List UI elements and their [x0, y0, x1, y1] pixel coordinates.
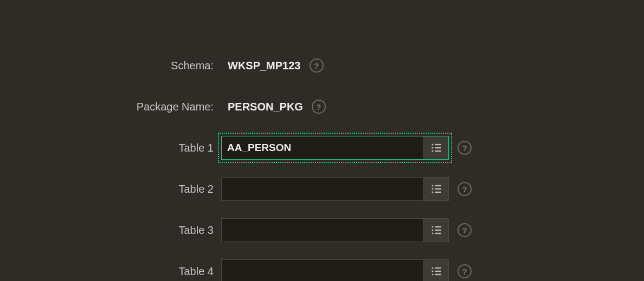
table-3-combo — [221, 218, 449, 242]
list-icon — [431, 266, 442, 276]
row-package: Package Name: PERSON_PKG ? — [0, 94, 488, 119]
table-4-input[interactable] — [222, 260, 423, 281]
package-value: PERSON_PKG — [221, 101, 303, 113]
table-2-field: ? — [221, 177, 472, 201]
list-icon — [431, 225, 442, 235]
schema-label: Schema: — [0, 60, 221, 72]
table-2-input[interactable] — [222, 178, 423, 200]
table-2-list-button[interactable] — [423, 178, 448, 200]
table-1-label: Table 1 — [0, 142, 221, 154]
question-mark-icon: ? — [462, 226, 467, 234]
table-4-label: Table 4 — [0, 265, 221, 278]
row-table-4: Table 4 ? — [0, 259, 488, 281]
help-package-button[interactable]: ? — [312, 100, 326, 114]
table-4-combo — [221, 259, 449, 281]
table-2-combo — [221, 177, 449, 201]
help-schema-button[interactable]: ? — [310, 58, 324, 73]
question-mark-icon: ? — [462, 267, 467, 276]
row-table-3: Table 3 ? — [0, 218, 488, 243]
help-table-2-button[interactable]: ? — [458, 182, 472, 196]
table-4-field: ? — [221, 259, 472, 281]
table-1-input[interactable] — [222, 136, 423, 159]
row-table-1: Table 1 ? — [0, 135, 488, 160]
table-1-field: ? — [221, 136, 472, 160]
help-table-3-button[interactable]: ? — [458, 223, 472, 237]
table-3-list-button[interactable] — [423, 219, 448, 241]
question-mark-icon: ? — [314, 62, 319, 70]
form: Schema: WKSP_MP123 ? Package Name: PERSO… — [0, 53, 488, 281]
list-icon — [431, 143, 442, 153]
question-mark-icon: ? — [316, 103, 321, 111]
question-mark-icon: ? — [462, 185, 467, 193]
table-4-list-button[interactable] — [423, 260, 448, 281]
table-3-label: Table 3 — [0, 224, 221, 237]
table-3-input[interactable] — [222, 219, 423, 241]
list-icon — [431, 184, 442, 194]
help-table-4-button[interactable]: ? — [458, 264, 472, 278]
row-schema: Schema: WKSP_MP123 ? — [0, 53, 488, 78]
package-label: Package Name: — [0, 101, 221, 113]
table-2-label: Table 2 — [0, 183, 221, 195]
schema-value: WKSP_MP123 — [221, 60, 301, 72]
row-table-2: Table 2 ? — [0, 177, 488, 201]
table-1-combo — [221, 136, 449, 160]
help-table-1-button[interactable]: ? — [458, 141, 472, 155]
question-mark-icon: ? — [462, 144, 467, 152]
table-3-field: ? — [221, 218, 472, 242]
table-1-list-button[interactable] — [423, 136, 448, 159]
